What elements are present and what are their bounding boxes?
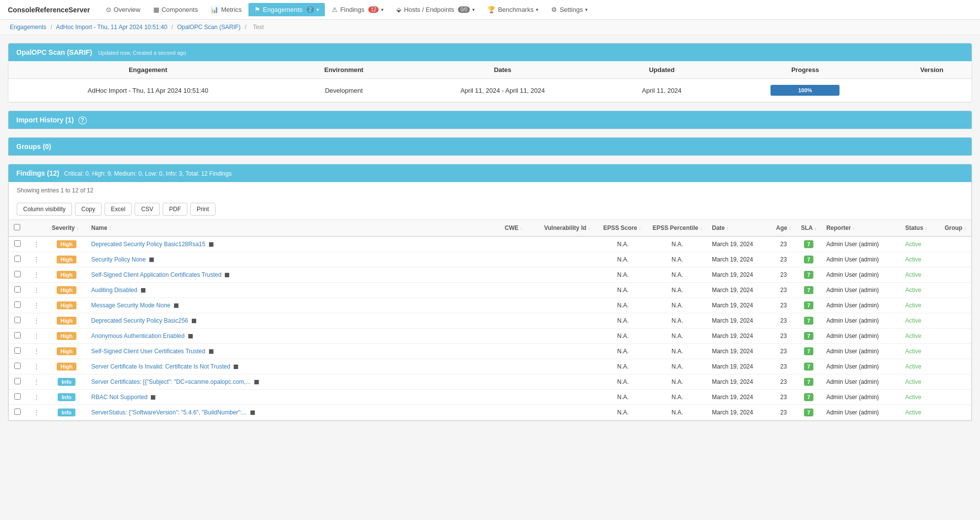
nav-benchmarks[interactable]: 🏆 Benchmarks ▾ — [482, 3, 544, 16]
row-checkbox[interactable] — [14, 317, 21, 323]
col-epss-header[interactable]: EPSS Score ↕ — [598, 220, 648, 237]
copy-name-icon[interactable] — [188, 334, 193, 338]
col-epss-percentile-header[interactable]: EPSS Percentile ↕ — [648, 220, 707, 237]
row-checkbox[interactable] — [14, 378, 21, 384]
copy-name-icon[interactable] — [151, 395, 155, 400]
row-vuln-id — [539, 313, 598, 329]
finding-name-link[interactable]: Deprecated Security Policy Basic128Rsa15 — [91, 241, 205, 248]
csv-button[interactable]: CSV — [135, 203, 160, 216]
copy-name-icon[interactable] — [174, 303, 178, 308]
excel-button[interactable]: Excel — [105, 203, 132, 216]
row-checkbox[interactable] — [14, 256, 21, 262]
finding-name-link[interactable]: Anonymous Authentication Enabled — [91, 333, 184, 339]
copy-name-icon[interactable] — [141, 288, 145, 293]
finding-name-link[interactable]: ServerStatus: {"SoftwareVersion": "5.4.6… — [91, 409, 247, 416]
row-reporter: Admin User (admin) — [821, 298, 900, 313]
nav-settings[interactable]: ⚙ Settings ▾ — [545, 3, 594, 16]
copy-name-icon[interactable] — [209, 242, 213, 247]
row-menu-button[interactable]: ⋮ — [31, 378, 42, 386]
copy-name-icon[interactable] — [234, 365, 238, 369]
col-reporter-header[interactable]: Reporter ↕ — [821, 220, 900, 237]
nav-components[interactable]: ▦ Components — [147, 3, 204, 16]
finding-name-link[interactable]: Security Policy None — [91, 256, 146, 263]
row-checkbox[interactable] — [14, 286, 21, 293]
row-checkbox[interactable] — [14, 363, 21, 369]
row-checkbox[interactable] — [14, 409, 21, 415]
nav-metrics[interactable]: 📊 Metrics — [205, 3, 247, 16]
finding-name-link[interactable]: Server Certificates: [{"Subject": "DC=sc… — [91, 378, 250, 385]
row-menu-button[interactable]: ⋮ — [31, 256, 42, 263]
row-cwe — [500, 252, 539, 267]
finding-name-link[interactable]: Self-Signed Client Application Certifica… — [91, 271, 221, 278]
hosts-badge: 0/0 — [458, 6, 470, 13]
copy-name-icon[interactable] — [250, 410, 255, 415]
print-button[interactable]: Print — [190, 203, 215, 216]
copy-name-icon[interactable] — [149, 258, 154, 262]
findings-table: Severity ↕ Name ↕ CWE ↕ Vulnerability Id… — [9, 220, 971, 420]
col-vuln-header[interactable]: Vulnerability Id ↕ — [539, 220, 598, 237]
row-menu-button[interactable]: ⋮ — [31, 286, 42, 294]
trophy-icon: 🏆 — [488, 6, 495, 13]
severity-badge: High — [57, 301, 76, 309]
row-menu-button[interactable]: ⋮ — [31, 301, 42, 309]
row-menu-button[interactable]: ⋮ — [31, 240, 42, 248]
table-row: ⋮ High Self-Signed Client Application Ce… — [9, 267, 971, 283]
row-menu-button[interactable]: ⋮ — [31, 317, 42, 325]
col-age-header[interactable]: Age ↕ — [771, 220, 796, 237]
row-severity: High — [47, 252, 86, 267]
breadcrumb-engagements[interactable]: Engagements — [10, 24, 46, 31]
row-name: Server Certificate Is Invalid: Certifica… — [86, 359, 500, 374]
row-menu-cell: ⋮ — [26, 405, 47, 420]
row-checkbox[interactable] — [14, 332, 21, 338]
nav-overview[interactable]: ⊙ Overview — [100, 3, 146, 16]
copy-name-icon[interactable] — [209, 349, 213, 354]
finding-name-link[interactable]: Auditing Disabled — [91, 287, 137, 294]
row-menu-button[interactable]: ⋮ — [31, 409, 42, 416]
row-cwe — [500, 313, 539, 329]
row-menu-button[interactable]: ⋮ — [31, 393, 42, 401]
finding-name-link[interactable]: RBAC Not Supported — [91, 394, 147, 401]
row-menu-button[interactable]: ⋮ — [31, 363, 42, 371]
finding-name-link[interactable]: Deprecated Security Policy Basic256 — [91, 317, 188, 324]
table-row: ⋮ High Server Certificate Is Invalid: Ce… — [9, 359, 971, 374]
row-menu-cell: ⋮ — [26, 298, 47, 313]
groups-header[interactable]: Groups (0) — [8, 138, 972, 155]
select-all-checkbox[interactable] — [14, 224, 20, 230]
import-history-header[interactable]: Import History (1) ? — [8, 111, 972, 129]
row-checkbox[interactable] — [14, 271, 21, 277]
finding-name-link[interactable]: Message Security Mode None — [91, 302, 171, 309]
breadcrumb-adhoc[interactable]: AdHoc Import - Thu, 11 Apr 2024 10:51:40 — [56, 24, 167, 31]
nav-findings-label: Findings — [340, 6, 364, 13]
row-menu-button[interactable]: ⋮ — [31, 347, 42, 355]
nav-hosts[interactable]: ⬙ Hosts / Endpoints 0/0 ▾ — [390, 3, 481, 16]
row-menu-button[interactable]: ⋮ — [31, 271, 42, 279]
copy-name-icon[interactable] — [254, 380, 259, 384]
copy-button[interactable]: Copy — [75, 203, 102, 216]
row-age: 23 — [771, 283, 796, 298]
col-date-header[interactable]: Date ↕ — [707, 220, 771, 237]
col-sla-header[interactable]: SLA ↕ — [796, 220, 821, 237]
row-checkbox[interactable] — [14, 301, 21, 308]
row-checkbox[interactable] — [14, 240, 21, 247]
col-cwe-header[interactable]: CWE ↕ — [500, 220, 539, 237]
breadcrumb-opalopc[interactable]: OpalOPC Scan (SARIF) — [177, 24, 241, 31]
app-title: ConsoleReferenceServer — [8, 6, 90, 14]
row-checkbox-cell — [9, 313, 26, 329]
col-status-header[interactable]: Status ↕ — [900, 220, 940, 237]
col-select-all[interactable] — [9, 220, 26, 237]
row-checkbox[interactable] — [14, 347, 21, 354]
col-group-header[interactable]: Group ↕ — [940, 220, 971, 237]
finding-name-link[interactable]: Server Certificate Is Invalid: Certifica… — [91, 363, 230, 370]
row-menu-button[interactable]: ⋮ — [31, 332, 42, 340]
copy-name-icon[interactable] — [225, 273, 229, 277]
nav-findings[interactable]: ⚠ Findings 12 ▾ — [326, 3, 389, 16]
copy-name-icon[interactable] — [192, 319, 196, 323]
column-visibility-button[interactable]: Column visibility — [17, 203, 72, 216]
nav-hosts-label: Hosts / Endpoints — [404, 6, 454, 13]
col-severity-header[interactable]: Severity ↕ — [47, 220, 86, 237]
finding-name-link[interactable]: Self-Signed Client User Certificates Tru… — [91, 348, 205, 355]
pdf-button[interactable]: PDF — [163, 203, 187, 216]
nav-engagements[interactable]: ⚑ Engagements 2 ▾ — [248, 3, 325, 16]
col-name-header[interactable]: Name ↕ — [86, 220, 500, 237]
row-checkbox[interactable] — [14, 393, 21, 400]
